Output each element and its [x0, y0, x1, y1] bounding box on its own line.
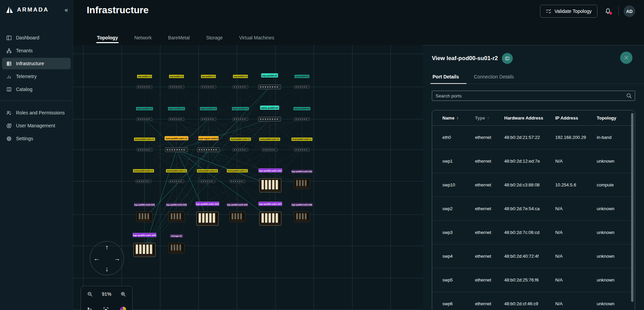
topology-node-hgx-pod00-su01-h07[interactable]: hgx-pod00-su01-h07 — [258, 202, 282, 225]
search-ports-input[interactable] — [432, 91, 635, 101]
topology-node-hgx-pod00-su01-h04[interactable]: hgx-pod00-su01-h04 — [166, 203, 187, 222]
zoom-in-icon[interactable] — [120, 291, 126, 297]
drawer-close-button[interactable] — [620, 52, 632, 64]
topology-node-ssp-pod00-s5[interactable]: ssp-pod00-s5 — [258, 73, 281, 89]
tab-virtual-machines[interactable]: Virtual Machines — [238, 30, 275, 45]
topology-canvas[interactable]: ssp-pod00-s1ssp-pod00-s2ssp-pod00-s3ssp-… — [73, 45, 423, 310]
topology-node-hgx-pod00-su01-h06[interactable]: hgx-pod00-su01-h06 — [227, 203, 248, 222]
port-row-swp2[interactable]: swp2ethernet48:b0:2d:7e:54:caN/Aunknown — [432, 197, 635, 221]
port-row-swp4[interactable]: swp4ethernet48:b0:2d:40:72:4fN/Aunknown — [432, 244, 635, 268]
search-icon[interactable] — [626, 93, 632, 99]
topology-node-ssp-pod00-s3[interactable]: ssp-pod00-s3 — [201, 75, 216, 89]
drawer-title: View leaf-pod00-su01-r2 — [432, 55, 498, 62]
sidebar-item-label: Settings — [16, 136, 33, 141]
cell: swp6 — [442, 301, 475, 306]
drawer-tab-port-details[interactable]: Port Details — [432, 72, 460, 84]
node-label: spine-pod00-s4 — [233, 108, 248, 110]
validate-topology-button[interactable]: Validate Topology — [540, 5, 597, 18]
topology-node-hgx-pod00-su01-h02[interactable]: hgx-pod00-su01-h02 — [291, 170, 312, 189]
node-label: spine-pod00-s6 — [294, 108, 309, 110]
topology-node-hgx-pod00-su01-h03[interactable]: hgx-pod00-su01-h03 — [134, 203, 155, 222]
sidebar-nav-secondary: Roles and PermissionsUser ManagementSett… — [0, 107, 73, 144]
legend-pie-icon[interactable] — [120, 307, 126, 310]
sidebar-item-label: Tenants — [16, 48, 33, 53]
node-label: leaf-pod00-su03-r2 — [134, 170, 153, 172]
logo-row: ARMADA « — [0, 0, 73, 18]
table-scrollbar[interactable] — [631, 113, 633, 302]
pan-up-button[interactable]: ↑ — [105, 244, 109, 251]
user-avatar[interactable]: AD — [624, 5, 635, 17]
reset-rotation-icon[interactable]: ↻ — [87, 307, 92, 310]
column-header-name[interactable]: Name↑ — [442, 115, 475, 121]
tab-storage[interactable]: Storage — [205, 30, 223, 45]
cell: unknown — [597, 230, 635, 235]
cell: ethernet — [475, 277, 504, 282]
topology-node-storage-01[interactable]: storage-01 — [169, 234, 184, 253]
open-side-panel-button[interactable] — [502, 53, 513, 64]
cell: swp2 — [442, 206, 475, 211]
pan-left-button[interactable]: ← — [94, 255, 100, 261]
topology-node-hgx-pod00-su01-h05[interactable]: hgx-pod00-su01-h05 — [196, 202, 219, 225]
details-drawer: View leaf-pod00-su01-r2 Port DetailsConn… — [423, 45, 644, 310]
cell: unknown — [597, 301, 635, 306]
port-row-swp10[interactable]: swp10ethernet48:b0:2d:c3:88:0810.254.5.6… — [432, 173, 635, 197]
sidebar-collapse-button[interactable]: « — [65, 7, 68, 13]
topology-node-ssp-pod00-s2[interactable]: ssp-pod00-s2 — [169, 75, 184, 89]
topology-node-leaf-pod00-su05-r1[interactable]: leaf-pod00-su05-r1 — [227, 169, 248, 183]
cell: N/A — [555, 301, 597, 306]
sidebar-item-tenants[interactable]: Tenants — [2, 45, 71, 56]
armada-logo-icon — [5, 5, 14, 14]
topology-node-hgx-pod00-su01-h01[interactable]: hgx-pod00-su01-h01 — [258, 168, 282, 192]
column-header-type[interactable]: Type↑ — [475, 115, 504, 121]
node-label: hgx-pod00-su01-h06 — [227, 204, 248, 206]
column-header-ip-address: IP Address — [555, 115, 597, 121]
tab-network[interactable]: Network — [134, 30, 152, 45]
page-header: Infrastructure TopologyNetworkBareMetalS… — [73, 0, 644, 45]
node-label: ssp-pod00-s1 — [138, 75, 151, 78]
port-row-swp6[interactable]: swp6ethernet48:b0:2d:cf:46:c9N/Aunknown — [432, 292, 635, 310]
canvas-tools-row: ↻ — [81, 302, 132, 310]
ports-search — [432, 91, 635, 101]
sidebar-item-dashboard[interactable]: Dashboard — [2, 32, 71, 43]
topology-node-leaf-pod00-su03-r2[interactable]: leaf-pod00-su03-r2 — [133, 169, 154, 183]
port-row-swp3[interactable]: swp3ethernet48:b0:2d:7c:06:cdN/Aunknown — [432, 221, 635, 244]
zoom-out-icon[interactable] — [87, 291, 93, 297]
topology-node-hgx-pod00-su01-h09[interactable]: hgx-pod00-su01-h09 — [133, 233, 156, 257]
settings-icon — [6, 136, 12, 142]
fit-to-screen-icon[interactable] — [103, 307, 109, 310]
node-label: ssp-pod00-s4 — [234, 75, 247, 78]
topology-node-ssp-pod00-s4[interactable]: ssp-pod00-s4 — [233, 75, 248, 89]
port-row-swp5[interactable]: swp5ethernet48:b0:2d:25:76:f6N/Aunknown — [432, 268, 635, 292]
port-row-swp1[interactable]: swp1ethernet48:b0:2d:12:ed:7eN/Aunknown — [432, 149, 635, 173]
pan-down-button[interactable]: ↓ — [105, 266, 109, 272]
cell: N/A — [555, 254, 597, 259]
sidebar-item-user-management[interactable]: User Management — [2, 120, 71, 131]
cell: ethernet — [475, 206, 504, 211]
drawer-tab-connection-details[interactable]: Connection Details — [473, 72, 515, 84]
sidebar-item-infrastructure[interactable]: Infrastructure — [2, 58, 71, 69]
close-icon — [624, 55, 629, 60]
cell: in-band — [597, 135, 635, 140]
topology-node-ssp-pod00-s6[interactable]: ssp-pod00-s6 — [294, 75, 310, 89]
ports-table: Name↑Type↑Hardware AddressIP AddressTopo… — [432, 110, 635, 310]
cell: N/A — [555, 206, 597, 211]
sidebar-item-settings[interactable]: Settings — [2, 133, 71, 144]
sidebar-item-catalog[interactable]: Catalog — [2, 84, 71, 95]
brand-name: ARMADA — [17, 6, 49, 13]
notifications-button[interactable] — [602, 5, 614, 17]
cell: N/A — [555, 277, 597, 282]
tenants-icon — [6, 48, 12, 54]
port-row-eth0[interactable]: eth0ethernet48:b0:2d:21:57:22192.168.200… — [432, 126, 635, 149]
topology-node-hgx-pod00-su01-h08[interactable]: hgx-pod00-su01-h08 — [291, 203, 312, 222]
topology-node-ssp-pod00-s1[interactable]: ssp-pod00-s1 — [137, 75, 152, 89]
sidebar-item-telemetry[interactable]: Telemetry — [2, 71, 71, 82]
zoom-toolbar: 91% ↻ — [81, 286, 133, 310]
zoom-level: 91% — [102, 291, 111, 297]
cell: unknown — [597, 277, 635, 282]
checklist-icon — [546, 8, 551, 14]
cell: 48:b0:2d:21:57:22 — [504, 135, 555, 140]
pan-right-button[interactable]: → — [114, 255, 120, 261]
tab-baremetal[interactable]: BareMetal — [167, 30, 190, 45]
sidebar-item-roles-and-permissions[interactable]: Roles and Permissions — [2, 107, 71, 118]
tab-topology[interactable]: Topology — [96, 30, 119, 45]
